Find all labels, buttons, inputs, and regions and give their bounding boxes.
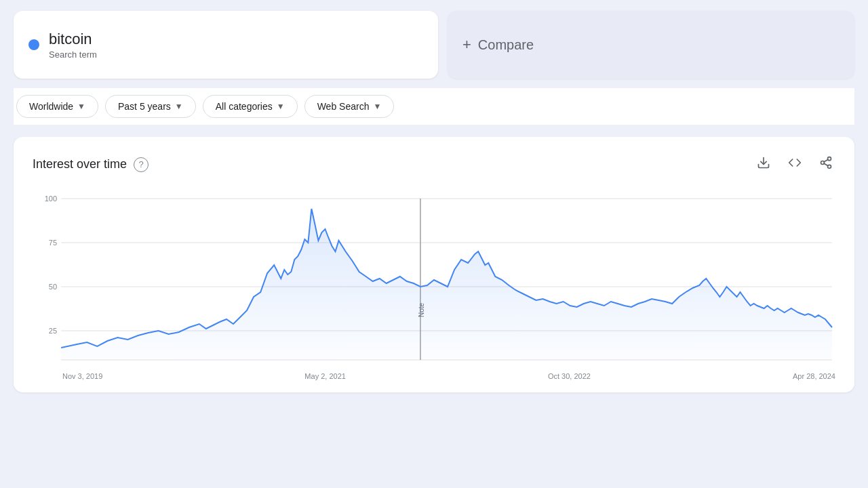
filter-region-label: Worldwide [29,101,73,112]
download-icon [757,156,770,169]
page-wrapper: bitcoin Search term + Compare Worldwide … [0,0,868,403]
chevron-down-icon: ▼ [175,102,183,111]
term-name: bitcoin [49,30,97,48]
svg-text:75: 75 [49,239,57,247]
chart-header: Interest over time ? [33,153,835,176]
download-button[interactable] [754,153,773,176]
x-label-3: Apr 28, 2024 [793,372,835,380]
compare-label: Compare [478,37,534,53]
help-icon[interactable]: ? [134,157,149,172]
chart-title-row: Interest over time ? [33,157,149,172]
svg-line-4 [824,163,828,165]
top-row: bitcoin Search term + Compare [14,11,854,79]
compare-card[interactable]: + Compare [448,11,854,79]
svg-text:50: 50 [49,283,57,291]
share-icon [819,156,833,169]
chart-area-fill [61,209,832,360]
chevron-down-icon: ▼ [77,102,85,111]
x-label-2: Oct 30, 2022 [548,372,591,380]
chart-title: Interest over time [33,157,127,171]
svg-line-5 [824,159,828,161]
filters-row: Worldwide ▼ Past 5 years ▼ All categorie… [14,88,854,125]
chart-card: Interest over time ? 100 75 [14,137,854,392]
svg-text:25: 25 [49,327,57,335]
chevron-down-icon: ▼ [277,102,285,111]
search-term-card: bitcoin Search term [14,11,438,79]
filter-category-label: All categories [216,101,273,112]
trend-chart: 100 75 50 25 Note [33,192,835,368]
chevron-down-icon: ▼ [373,102,381,111]
filter-category[interactable]: All categories ▼ [203,95,298,118]
filter-time-label: Past 5 years [118,101,171,112]
filter-search-type[interactable]: Web Search ▼ [304,95,395,118]
term-type: Search term [49,49,97,60]
x-label-0: Nov 3, 2019 [62,372,102,380]
chart-actions [754,153,835,176]
embed-button[interactable] [785,153,804,176]
x-axis-labels: Nov 3, 2019 May 2, 2021 Oct 30, 2022 Apr… [33,368,835,380]
share-button[interactable] [816,153,835,176]
plus-icon: + [462,36,471,54]
svg-text:100: 100 [45,195,57,203]
chart-area: 100 75 50 25 Note [33,192,835,380]
search-term-text: bitcoin Search term [49,30,97,60]
filter-region[interactable]: Worldwide ▼ [16,95,98,118]
search-term-dot [28,39,39,50]
filter-search-type-label: Web Search [317,101,370,112]
embed-icon [788,156,802,169]
filter-time[interactable]: Past 5 years ▼ [105,95,196,118]
x-label-1: May 2, 2021 [304,372,346,380]
